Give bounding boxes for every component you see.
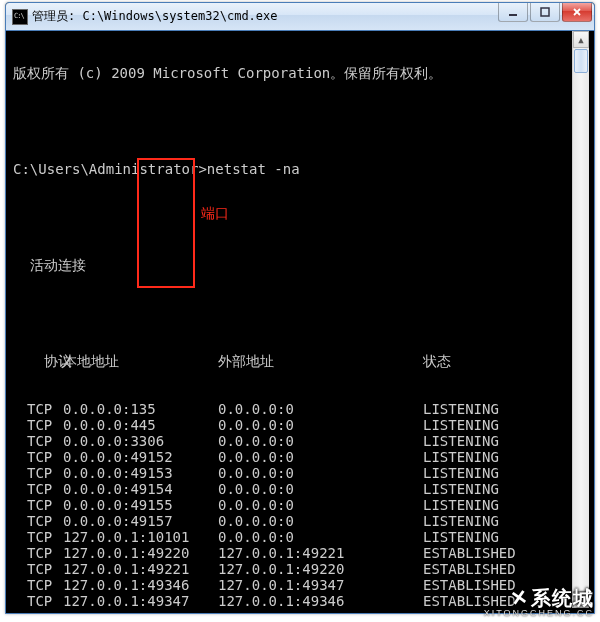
cmd-icon bbox=[12, 9, 28, 25]
netstat-row: TCP0.0.0.0:491520.0.0.0:0LISTENING bbox=[13, 449, 572, 465]
netstat-row: TCP0.0.0.0:491570.0.0.0:0LISTENING bbox=[13, 513, 572, 529]
cell-proto: TCP bbox=[13, 577, 63, 593]
netstat-row: TCP0.0.0.0:491550.0.0.0:0LISTENING bbox=[13, 497, 572, 513]
cell-state: LISTENING bbox=[423, 513, 499, 529]
cell-foreign: 0.0.0.0:0 bbox=[218, 401, 423, 417]
terminal-output[interactable]: 版权所有 (c) 2009 Microsoft Corporation。保留所有… bbox=[11, 31, 572, 608]
cell-local: 0.0.0.0:49152 bbox=[63, 449, 218, 465]
netstat-row: TCP127.0.0.1:49220127.0.0.1:49221ESTABLI… bbox=[13, 545, 572, 561]
header-foreign: 外部地址 bbox=[218, 353, 423, 369]
cell-local: 127.0.0.1:49221 bbox=[63, 561, 218, 577]
cell-foreign: 127.0.0.1:49220 bbox=[218, 561, 423, 577]
cell-local: 0.0.0.0:3306 bbox=[63, 433, 218, 449]
cell-state: LISTENING bbox=[423, 465, 499, 481]
cell-local: 0.0.0.0:49155 bbox=[63, 497, 218, 513]
netstat-row: TCP127.0.0.1:49347127.0.0.1:49346ESTABLI… bbox=[13, 593, 572, 608]
cell-proto: TCP bbox=[13, 433, 63, 449]
cell-state: ESTABLISHED bbox=[423, 561, 516, 577]
cell-local: 127.0.0.1:49346 bbox=[63, 577, 218, 593]
cell-foreign: 0.0.0.0:0 bbox=[218, 417, 423, 433]
window-title: 管理员: C:\Windows\system32\cmd.exe bbox=[32, 8, 278, 25]
cell-foreign: 0.0.0.0:0 bbox=[218, 513, 423, 529]
blank-line bbox=[13, 209, 572, 225]
cell-local: 0.0.0.0:445 bbox=[63, 417, 218, 433]
scroll-thumb[interactable] bbox=[574, 49, 588, 73]
cell-foreign: 127.0.0.1:49346 bbox=[218, 593, 423, 608]
netstat-row: TCP0.0.0.0:33060.0.0.0:0LISTENING bbox=[13, 433, 572, 449]
close-button[interactable] bbox=[562, 3, 592, 22]
cell-proto: TCP bbox=[13, 481, 63, 497]
cell-foreign: 0.0.0.0:0 bbox=[218, 529, 423, 545]
cell-foreign: 0.0.0.0:0 bbox=[218, 433, 423, 449]
cell-local: 0.0.0.0:49153 bbox=[63, 465, 218, 481]
maximize-button[interactable] bbox=[530, 3, 560, 22]
cell-foreign: 127.0.0.1:49347 bbox=[218, 577, 423, 593]
cell-proto: TCP bbox=[13, 465, 63, 481]
cell-local: 127.0.0.1:49347 bbox=[63, 593, 218, 608]
cell-state: LISTENING bbox=[423, 417, 499, 433]
cell-foreign: 0.0.0.0:0 bbox=[218, 465, 423, 481]
header-proto: 协议 bbox=[13, 353, 63, 369]
active-conn-line: 活动连接 bbox=[13, 257, 572, 273]
titlebar[interactable]: 管理员: C:\Windows\system32\cmd.exe bbox=[6, 3, 594, 31]
blank-line bbox=[13, 305, 572, 321]
cell-state: LISTENING bbox=[423, 481, 499, 497]
header-row: 协议 本地地址 外部地址 状态 bbox=[13, 353, 572, 369]
cell-local: 0.0.0.0:49157 bbox=[63, 513, 218, 529]
minimize-button[interactable] bbox=[498, 3, 528, 22]
netstat-row: TCP127.0.0.1:49221127.0.0.1:49220ESTABLI… bbox=[13, 561, 572, 577]
cell-proto: TCP bbox=[13, 497, 63, 513]
cell-state: LISTENING bbox=[423, 449, 499, 465]
vertical-scrollbar[interactable]: ▲ ▼ bbox=[572, 31, 589, 608]
port-annotation-label: 端口 bbox=[201, 206, 229, 222]
cell-state: ESTABLISHED bbox=[423, 577, 516, 593]
cell-local: 0.0.0.0:49154 bbox=[63, 481, 218, 497]
cell-local: 127.0.0.1:49220 bbox=[63, 545, 218, 561]
cell-state: ESTABLISHED bbox=[423, 593, 516, 608]
cell-state: LISTENING bbox=[423, 497, 499, 513]
cell-local: 0.0.0.0:135 bbox=[63, 401, 218, 417]
prompt-line: C:\Users\Administrator>netstat -na bbox=[13, 161, 572, 177]
cell-proto: TCP bbox=[13, 513, 63, 529]
cell-foreign: 0.0.0.0:0 bbox=[218, 497, 423, 513]
cell-foreign: 127.0.0.1:49221 bbox=[218, 545, 423, 561]
netstat-row: TCP0.0.0.0:1350.0.0.0:0LISTENING bbox=[13, 401, 572, 417]
client-area: 版权所有 (c) 2009 Microsoft Corporation。保留所有… bbox=[11, 31, 589, 608]
netstat-row: TCP0.0.0.0:4450.0.0.0:0LISTENING bbox=[13, 417, 572, 433]
netstat-row: TCP0.0.0.0:491540.0.0.0:0LISTENING bbox=[13, 481, 572, 497]
cell-proto: TCP bbox=[13, 401, 63, 417]
cell-proto: TCP bbox=[13, 561, 63, 577]
cell-proto: TCP bbox=[13, 593, 63, 608]
scroll-up-button[interactable]: ▲ bbox=[573, 31, 589, 48]
cell-proto: TCP bbox=[13, 545, 63, 561]
cell-foreign: 0.0.0.0:0 bbox=[218, 481, 423, 497]
netstat-row: TCP127.0.0.1:49346127.0.0.1:49347ESTABLI… bbox=[13, 577, 572, 593]
cell-state: LISTENING bbox=[423, 529, 499, 545]
header-state: 状态 bbox=[423, 353, 451, 369]
copyright-line: 版权所有 (c) 2009 Microsoft Corporation。保留所有… bbox=[13, 65, 572, 81]
cell-foreign: 0.0.0.0:0 bbox=[218, 449, 423, 465]
cell-proto: TCP bbox=[13, 417, 63, 433]
svg-rect-0 bbox=[509, 14, 517, 16]
cell-local: 127.0.0.1:10101 bbox=[63, 529, 218, 545]
cell-state: LISTENING bbox=[423, 401, 499, 417]
svg-rect-1 bbox=[541, 8, 549, 16]
blank-line bbox=[13, 113, 572, 129]
cell-state: ESTABLISHED bbox=[423, 545, 516, 561]
netstat-row: TCP0.0.0.0:491530.0.0.0:0LISTENING bbox=[13, 465, 572, 481]
cmd-window: 管理员: C:\Windows\system32\cmd.exe 版权所有 (c… bbox=[5, 2, 595, 614]
scroll-down-button[interactable]: ▼ bbox=[573, 591, 589, 608]
cell-state: LISTENING bbox=[423, 433, 499, 449]
cell-proto: TCP bbox=[13, 449, 63, 465]
netstat-row: TCP127.0.0.1:101010.0.0.0:0LISTENING bbox=[13, 529, 572, 545]
cell-proto: TCP bbox=[13, 529, 63, 545]
header-local: 本地地址 bbox=[63, 353, 218, 369]
